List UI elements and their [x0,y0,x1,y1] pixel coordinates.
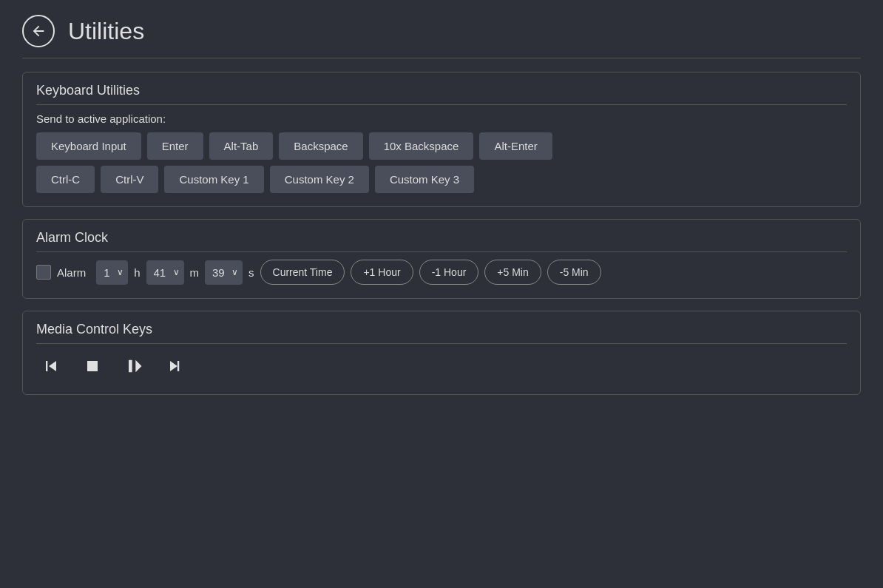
seconds-select-wrapper: 39 00 30 [205,260,243,285]
keyboard-section-title: Keyboard Utilities [36,83,847,105]
media-row [36,351,847,381]
alarm-clock-section: Alarm Clock Alarm 1 2 3 h 41 30 45 m [22,219,861,299]
custom-key-1-button[interactable]: Custom Key 1 [164,166,263,193]
keyboard-row-1: Keyboard Input Enter Alt-Tab Backspace 1… [36,132,847,160]
plus-5-min-button[interactable]: +5 Min [484,260,541,285]
send-label: Send to active application: [36,112,847,125]
alt-enter-button[interactable]: Alt-Enter [479,132,552,160]
skip-forward-icon [165,356,186,376]
page-title: Utilities [68,18,144,45]
custom-key-3-button[interactable]: Custom Key 3 [375,166,474,193]
play-pause-button[interactable] [119,351,149,381]
header: Utilities [22,15,861,58]
media-control-section: Media Control Keys [22,311,861,395]
ctrl-v-button[interactable]: Ctrl-V [101,166,158,193]
backspace-10x-button[interactable]: 10x Backspace [369,132,474,160]
hours-select-wrapper: 1 2 3 [96,260,128,285]
seconds-unit: s [248,266,254,279]
plus-1-hour-button[interactable]: +1 Hour [351,260,413,285]
stop-icon [82,356,103,376]
seconds-select[interactable]: 39 00 30 [205,260,243,285]
minutes-select[interactable]: 41 30 45 [146,260,184,285]
backspace-button[interactable]: Backspace [279,132,362,160]
alt-tab-button[interactable]: Alt-Tab [209,132,274,160]
keyboard-input-button[interactable]: Keyboard Input [36,132,141,160]
ctrl-c-button[interactable]: Ctrl-C [36,166,95,193]
alarm-row: Alarm 1 2 3 h 41 30 45 m 39 [36,260,847,285]
keyboard-utilities-section: Keyboard Utilities Send to active applic… [22,72,861,207]
minutes-unit: m [190,266,200,279]
alarm-section-title: Alarm Clock [36,230,847,252]
minus-1-hour-button[interactable]: -1 Hour [419,260,479,285]
alarm-checkbox[interactable] [36,265,51,280]
minutes-select-wrapper: 41 30 45 [146,260,184,285]
enter-button[interactable]: Enter [147,132,203,160]
skip-forward-button[interactable] [160,351,190,381]
skip-back-button[interactable] [36,351,66,381]
current-time-button[interactable]: Current Time [260,260,345,285]
alarm-label: Alarm [57,266,86,279]
hours-select[interactable]: 1 2 3 [96,260,128,285]
minus-5-min-button[interactable]: -5 Min [547,260,601,285]
media-section-title: Media Control Keys [36,322,847,344]
play-pause-icon [124,356,144,376]
keyboard-row-2: Ctrl-C Ctrl-V Custom Key 1 Custom Key 2 … [36,166,847,193]
custom-key-2-button[interactable]: Custom Key 2 [270,166,369,193]
stop-button[interactable] [78,351,107,381]
back-arrow-icon [30,23,47,39]
back-button[interactable] [22,15,55,47]
skip-back-icon [41,356,61,376]
keyboard-buttons: Keyboard Input Enter Alt-Tab Backspace 1… [36,132,847,193]
hours-unit: h [134,266,140,279]
